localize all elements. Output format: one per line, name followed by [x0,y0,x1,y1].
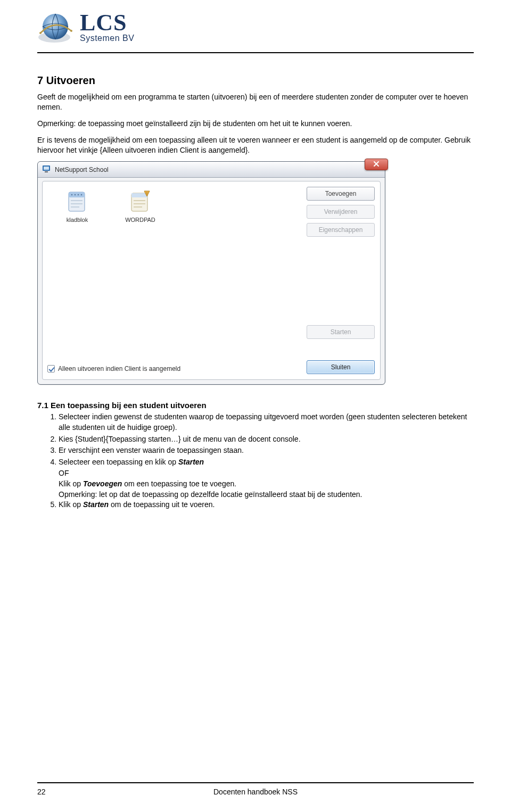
li4-line-b: Klik op Toevoegen om een toepassing toe … [59,479,474,490]
starten-button[interactable]: Starten [307,325,375,339]
list-item: Selecteer een toepassing en klik op Star… [59,457,474,468]
document-page: LCS Systemen BV 7 Uitvoeren Geeft de mog… [0,0,511,812]
section-7-heading: 7 Uitvoeren [37,74,474,87]
svg-rect-5 [44,167,49,170]
svg-point-11 [78,194,79,196]
toevoegen-button[interactable]: Toevoegen [307,187,375,201]
svg-rect-8 [69,192,85,197]
list-item: Er verschijnt een venster waarin de toep… [59,445,474,456]
list-item: Klik op Starten om de toepassing uit te … [59,500,474,510]
logo-main-text: LCS [80,12,134,34]
checkbox-icon [47,365,55,372]
app-item-label: WORDPAD [125,217,155,223]
sluiten-button[interactable]: Sluiten [307,360,375,374]
svg-point-12 [81,194,83,196]
li4-of: OF [59,468,474,479]
li4-text: Selecteer een toepassing en klik op [59,458,178,466]
netsupport-window: NetSupport School [37,161,385,385]
logo-text: LCS Systemen BV [80,12,134,43]
list-item: Selecteer indien gewenst de studenten wa… [59,412,474,433]
svg-point-2 [39,32,42,34]
header-rule [37,52,474,53]
verwijderen-button[interactable]: Verwijderen [307,205,375,219]
svg-point-9 [71,194,73,196]
window-button-column: Toevoegen Verwijderen Eigenschappen Star… [307,187,375,374]
li4b-bold: Toevoegen [83,479,122,488]
page-footer: 22 Docenten handboek NSS [37,788,474,796]
window-title-text: NetSupport School [55,166,109,173]
app-item-wordpad[interactable]: ! WORDPAD [116,190,164,223]
list-item: Kies {Student}{Toepassing starten…} uit … [59,434,474,445]
close-button[interactable] [365,159,388,170]
li4b-post: om een toepassing toe te voegen. [122,479,236,488]
li5-bold: Starten [83,500,109,509]
li5-pre: Klik op [59,500,83,509]
svg-point-3 [70,30,72,32]
svg-rect-6 [45,171,48,172]
page-number: 22 [37,788,69,796]
app-icon [42,164,51,175]
li5-post: om de toepassing uit te voeren. [109,500,215,509]
window-body: kladblok ! WORDPAD [42,181,381,380]
applications-pane: kladblok ! WORDPAD [48,187,307,374]
footer-rule [37,782,474,783]
section-7-1-heading: 7.1 Een toepassing bij een student uitvo… [37,401,474,410]
wordpad-icon: ! [128,190,152,213]
eigenschappen-button[interactable]: Eigenschappen [307,223,375,237]
section-7-para-1: Geeft de mogelijkheid om een programma t… [37,92,474,112]
close-icon [373,160,380,169]
window-titlebar: NetSupport School [38,162,385,178]
section-7-para-2: Opmerking: de toepassing moet geïnstalle… [37,119,474,129]
kladblok-icon [65,190,89,213]
svg-rect-17 [131,193,147,197]
svg-point-10 [75,194,76,196]
li4-note: Opmerking: let op dat de toepassing op d… [59,490,474,500]
checkbox-row[interactable]: Alleen uitvoeren indien Client is aangem… [47,365,180,372]
checkbox-label: Alleen uitvoeren indien Client is aangem… [58,365,180,372]
section-7-para-3: Er is tevens de mogelijkheid om een toep… [37,135,474,155]
section-7-1-list-cont: Klik op Starten om de toepassing uit te … [37,500,474,510]
svg-text:!: ! [146,192,147,195]
globe-icon [37,11,75,45]
footer-title: Docenten handboek NSS [69,788,442,796]
app-item-kladblok[interactable]: kladblok [53,190,101,223]
company-logo: LCS Systemen BV [37,11,474,45]
app-item-label: kladblok [67,217,88,223]
li4-bold: Starten [178,458,204,466]
li4b-pre: Klik op [59,479,83,488]
logo-sub-text: Systemen BV [80,34,134,43]
section-7-1-list: Selecteer indien gewenst de studenten wa… [37,412,474,467]
